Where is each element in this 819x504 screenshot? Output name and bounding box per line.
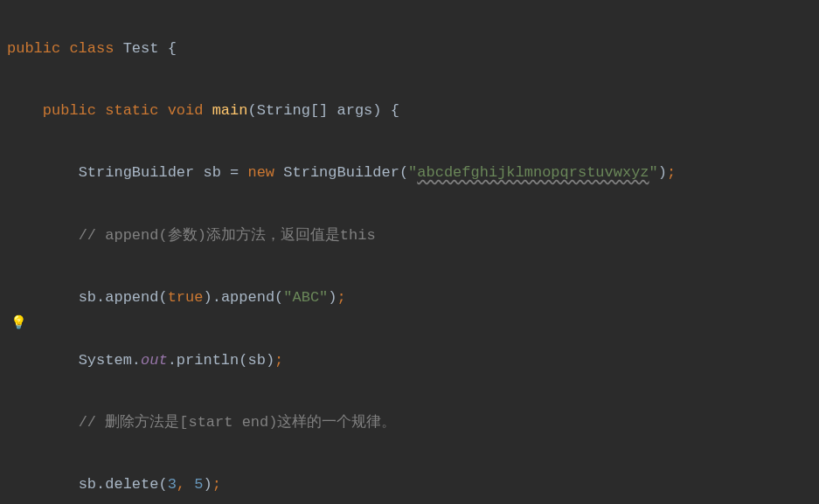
var: sb <box>79 289 96 306</box>
method-name: main <box>212 102 248 119</box>
paren: ) <box>328 289 337 306</box>
paren: ( <box>399 164 408 181</box>
code-line: public class Test { <box>7 33 819 65</box>
dot: . <box>168 352 177 369</box>
semicolon: ; <box>274 352 283 369</box>
comma: , <box>177 476 185 493</box>
code-editor[interactable]: public class Test { public static void m… <box>0 0 819 504</box>
quote: " <box>408 164 417 181</box>
paren: ) <box>203 476 212 493</box>
code-line: sb.delete(3, 5); <box>7 469 819 501</box>
dot: . <box>96 289 105 306</box>
semicolon: ; <box>667 164 676 181</box>
keyword: static <box>105 102 158 119</box>
method-call: println <box>177 352 239 369</box>
dot: . <box>96 476 105 493</box>
method-call: append <box>221 289 274 306</box>
code-line: // 删除方法是[start end)这样的一个规律。 <box>7 407 819 438</box>
paren: ( <box>158 289 167 306</box>
paren: ) <box>658 164 667 181</box>
keyword: void <box>168 102 204 119</box>
keyword: new <box>247 164 274 181</box>
keyword: class <box>69 40 114 57</box>
string-literal: "ABC" <box>283 289 328 306</box>
paren: ) <box>266 352 274 369</box>
code-line: StringBuilder sb = new StringBuilder("ab… <box>7 157 819 189</box>
class-ref: System <box>79 352 132 369</box>
code-line: public static void main(String[] args) { <box>7 95 819 127</box>
comment: // append(参数)添加方法，返回值是this <box>79 227 376 244</box>
string-literal: abcdefghijklmnopqrstuvwxyz <box>417 164 649 181</box>
method-call: append <box>105 289 158 306</box>
method-call: delete <box>105 476 158 493</box>
var: sb <box>79 476 96 493</box>
semicolon: ; <box>212 476 221 493</box>
field-ref: out <box>141 352 168 369</box>
dot: . <box>132 352 141 369</box>
paren: ( <box>274 289 283 306</box>
op: = <box>230 164 239 181</box>
var: sb <box>203 164 220 181</box>
type: StringBuilder <box>283 164 399 181</box>
number: 3 <box>168 476 177 493</box>
dot: . <box>212 289 221 306</box>
code-line: // append(参数)添加方法，返回值是this <box>7 220 819 252</box>
type: StringBuilder <box>79 164 195 181</box>
lightbulb-icon[interactable]: 💡 <box>10 310 27 338</box>
code-line: System.out.println(sb); <box>7 345 819 376</box>
arg: sb <box>247 352 265 369</box>
code-line: sb.append(true).append("ABC"); <box>7 282 819 314</box>
keyword: public <box>43 102 96 119</box>
class-name: Test <box>123 40 159 57</box>
paren: ( <box>158 476 167 493</box>
brace: { <box>391 102 399 119</box>
comment: // 删除方法是[start end)这样的一个规律。 <box>79 414 397 431</box>
keyword: true <box>168 289 204 306</box>
brace: { <box>168 40 177 57</box>
paren: ) <box>203 289 212 306</box>
semicolon: ; <box>337 289 346 306</box>
editor-gutter: 💡 <box>0 0 31 504</box>
params: (String[] args) <box>247 102 381 119</box>
paren: ( <box>239 352 247 369</box>
space <box>185 476 194 493</box>
number: 5 <box>194 476 203 493</box>
quote: " <box>649 164 658 181</box>
